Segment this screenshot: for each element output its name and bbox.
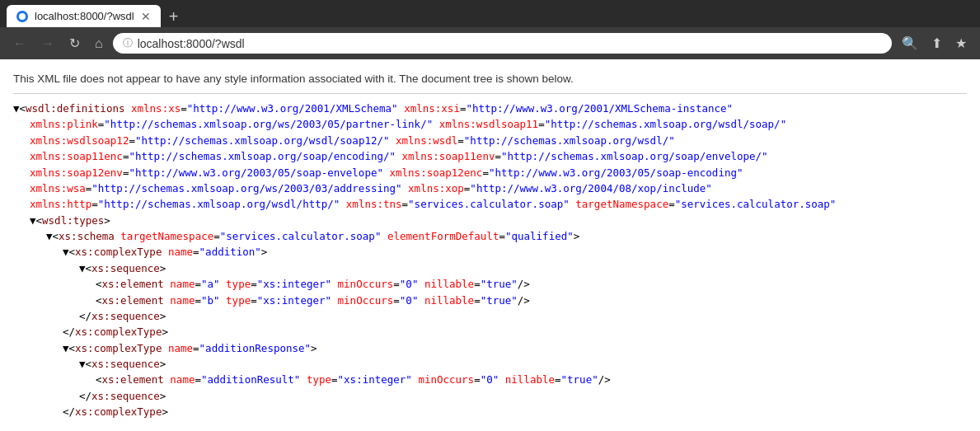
tab-favicon — [16, 11, 28, 22]
navigation-bar: ← → ↻ ⌂ ⓘ localhost:8000/?wsdl 🔍 ⬆ ★ — [0, 27, 980, 59]
xml-line-18: <xs:element name="additionResult" type="… — [13, 372, 967, 387]
xml-line-8: ▼<wsdl:types> — [13, 213, 967, 228]
xml-tree: ▼<wsdl:definitions xmlns:xs="http://www.… — [13, 101, 967, 420]
xml-line-15: </xs:complexType> — [13, 324, 967, 340]
collapse-toggle-2[interactable]: ▼ — [30, 214, 36, 227]
collapse-toggle-3[interactable]: ▼ — [46, 230, 53, 242]
xml-line-13: <xs:element name="b" type="xs:integer" m… — [13, 293, 967, 308]
xml-line-4: xmlns:soap11enc="http://schemas.xmlsoap.… — [13, 148, 967, 164]
tab-close-button[interactable]: ✕ — [141, 11, 151, 22]
nav-right-buttons: 🔍 ⬆ ★ — [897, 32, 972, 54]
forward-button[interactable]: → — [36, 35, 59, 53]
xml-line-2: xmlns:plink="http://schemas.xmlsoap.org/… — [13, 116, 967, 132]
xml-line-17: ▼<xs:sequence> — [13, 356, 967, 372]
info-message: This XML file does not appear to have an… — [13, 68, 967, 94]
home-button[interactable]: ⌂ — [90, 35, 108, 53]
tab-bar: localhost:8000/?wsdl ✕ + — [0, 0, 980, 27]
collapse-toggle-4[interactable]: ▼ — [63, 246, 69, 258]
xml-line-1: ▼<wsdl:definitions xmlns:xs="http://www.… — [13, 101, 967, 116]
page-content: This XML file does not appear to have an… — [0, 59, 980, 429]
url-text: localhost:8000/?wsdl — [138, 37, 882, 50]
xml-line-12: <xs:element name="a" type="xs:integer" m… — [13, 276, 967, 292]
active-tab[interactable]: localhost:8000/?wsdl ✕ — [7, 5, 161, 27]
refresh-button[interactable]: ↻ — [64, 35, 85, 53]
collapse-toggle-1[interactable]: ▼ — [13, 102, 20, 115]
xml-line-9: ▼<xs:schema targetNamespace="services.ca… — [13, 228, 967, 244]
address-bar[interactable]: ⓘ localhost:8000/?wsdl — [113, 33, 892, 54]
browser-chrome: localhost:8000/?wsdl ✕ + ← → ↻ ⌂ ⓘ local… — [0, 0, 980, 59]
collapse-toggle-7[interactable]: ▼ — [79, 358, 86, 370]
xml-line-14: </xs:sequence> — [13, 308, 967, 324]
star-button[interactable]: ★ — [950, 32, 972, 54]
lock-icon: ⓘ — [123, 36, 133, 50]
xml-line-11: ▼<xs:sequence> — [13, 260, 967, 276]
xml-line-20: </xs:complexType> — [13, 404, 967, 419]
xml-line-16: ▼<xs:complexType name="additionResponse"… — [13, 340, 967, 356]
xml-line-10: ▼<xs:complexType name="addition"> — [13, 244, 967, 260]
back-button[interactable]: ← — [8, 35, 31, 53]
new-tab-button[interactable]: + — [164, 8, 184, 25]
collapse-toggle-5[interactable]: ▼ — [79, 262, 86, 274]
zoom-button[interactable]: 🔍 — [897, 32, 923, 54]
tab-title: localhost:8000/?wsdl — [35, 10, 134, 22]
bookmark-button[interactable]: ⬆ — [926, 32, 947, 54]
xml-line-3: xmlns:wsdlsoap12="http://schemas.xmlsoap… — [13, 133, 967, 148]
xml-line-7: xmlns:http="http://schemas.xmlsoap.org/w… — [13, 196, 967, 212]
xml-line-19: </xs:sequence> — [13, 388, 967, 404]
xml-line-5: xmlns:soap12env="http://www.w3.org/2003/… — [13, 165, 967, 180]
xml-line-6: xmlns:wsa="http://schemas.xmlsoap.org/ws… — [13, 180, 967, 196]
collapse-toggle-6[interactable]: ▼ — [63, 342, 69, 354]
